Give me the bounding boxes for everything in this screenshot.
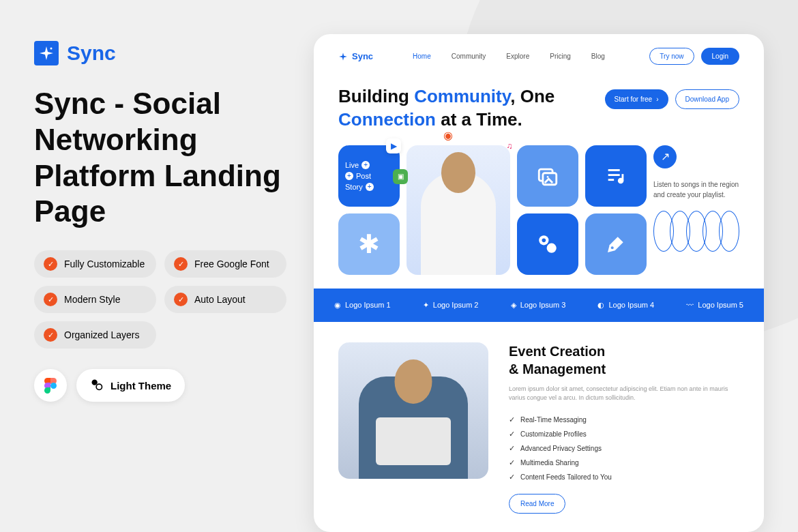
- theme-badge: Light Theme: [76, 369, 185, 402]
- event-feature: Real-Time Messaging: [509, 413, 739, 427]
- pen-tile[interactable]: [585, 213, 647, 275]
- event-feature: Content Feeds Tailored to You: [509, 470, 739, 484]
- partner-logo: ◐Logo Ipsum 4: [597, 301, 654, 310]
- event-description: Lorem ipsum dolor sit amet, consectetur …: [509, 385, 739, 403]
- chevron-right-icon: ›: [656, 95, 658, 103]
- diamond-icon: ◈: [511, 301, 516, 310]
- event-image: [338, 342, 488, 479]
- partner-logos-bar: ◉Logo Ipsum 1 ✦Logo Ipsum 2 ◈Logo Ipsum …: [314, 289, 764, 322]
- arrow-up-right-icon[interactable]: ↗: [653, 145, 677, 168]
- nav-pricing[interactable]: Pricing: [550, 53, 571, 60]
- partner-logo: ◉Logo Ipsum 1: [334, 301, 391, 310]
- nav-home[interactable]: Home: [413, 53, 431, 60]
- read-more-button[interactable]: Read More: [509, 494, 565, 514]
- login-button[interactable]: Login: [701, 48, 739, 65]
- feature-pill: ✓Organized Layers: [34, 321, 156, 349]
- preview-frame: Sync Home Community Explore Pricing Blog…: [314, 34, 764, 532]
- svg-point-1: [92, 379, 98, 385]
- check-icon: ✓: [174, 257, 188, 271]
- svg-point-12: [542, 238, 546, 242]
- record-icon: ◉: [441, 128, 456, 143]
- shapes-tile[interactable]: [517, 213, 578, 275]
- start-free-button[interactable]: Start for free›: [605, 89, 668, 109]
- nav-blog[interactable]: Blog: [591, 53, 605, 60]
- plus-icon: +: [366, 183, 374, 191]
- navbar: Sync Home Community Explore Pricing Blog…: [314, 34, 764, 78]
- event-features: Real-Time Messaging Customizable Profile…: [509, 413, 739, 484]
- check-icon: ✓: [44, 293, 57, 306]
- partner-logo: ✦Logo Ipsum 2: [423, 301, 479, 310]
- feature-pill: ✓Fully Customizable: [34, 250, 156, 278]
- dots-icon: ✦: [423, 301, 429, 310]
- nav-explore[interactable]: Explore: [506, 53, 529, 60]
- wave-icon: 〰: [686, 301, 694, 309]
- brand-name: Sync: [67, 42, 116, 65]
- hero-person-image: ▶ ◉ ♫ ▣: [407, 145, 510, 275]
- figma-icon: [43, 378, 58, 393]
- svg-point-13: [611, 246, 614, 249]
- check-icon: ✓: [174, 293, 188, 306]
- feature-pills: ✓Fully Customizable ✓Free Google Font ✓M…: [34, 250, 286, 349]
- svg-point-2: [96, 384, 102, 389]
- hero-headline: Building Community, One Connection at a …: [338, 85, 555, 132]
- swirl-icon: ◉: [334, 301, 341, 310]
- asterisk-tile[interactable]: ✱: [338, 213, 400, 275]
- listen-caption: Listen to songs in the region and create…: [653, 179, 739, 200]
- live-post-story-tile[interactable]: Live+ +Post Story+: [338, 145, 400, 207]
- music-icon: ♫: [502, 138, 517, 153]
- plus-icon: +: [345, 172, 353, 180]
- event-feature: Advanced Privacy Settings: [509, 441, 739, 456]
- try-now-button[interactable]: Try now: [649, 48, 694, 65]
- svg-point-0: [50, 48, 53, 50]
- sparkle-icon: [338, 52, 348, 61]
- nav-community[interactable]: Community: [452, 53, 486, 60]
- feature-pill: ✓Free Google Font: [164, 250, 286, 278]
- circle-icon: ◐: [597, 301, 604, 310]
- theme-icon: [90, 378, 104, 394]
- partner-logo: ◈Logo Ipsum 3: [511, 301, 566, 310]
- play-icon: ▶: [386, 138, 401, 153]
- brand-logo: Sync: [34, 41, 286, 65]
- leaf-decoration: [653, 211, 739, 252]
- partner-logo: 〰Logo Ipsum 5: [686, 301, 743, 310]
- plus-icon: +: [361, 161, 370, 169]
- gallery-tile[interactable]: [517, 145, 578, 207]
- page-title: Sync - Social Networking Platform Landin…: [34, 86, 286, 230]
- svg-point-11: [547, 243, 557, 252]
- feature-pill: ✓Auto Layout: [164, 286, 286, 313]
- image-icon: ▣: [393, 169, 408, 184]
- nav-logo[interactable]: Sync: [338, 51, 373, 61]
- check-icon: ✓: [44, 328, 57, 342]
- svg-point-5: [547, 176, 549, 178]
- check-icon: ✓: [44, 257, 57, 271]
- download-app-button[interactable]: Download App: [675, 89, 740, 109]
- event-feature: Customizable Profiles: [509, 427, 739, 441]
- event-feature: Multimedia Sharing: [509, 456, 739, 470]
- sparkle-icon: [34, 41, 59, 65]
- feature-pill: ✓Modern Style: [34, 286, 156, 313]
- figma-badge: [34, 369, 67, 402]
- event-title: Event Creation & Management: [509, 342, 739, 378]
- playlist-tile[interactable]: [585, 145, 647, 207]
